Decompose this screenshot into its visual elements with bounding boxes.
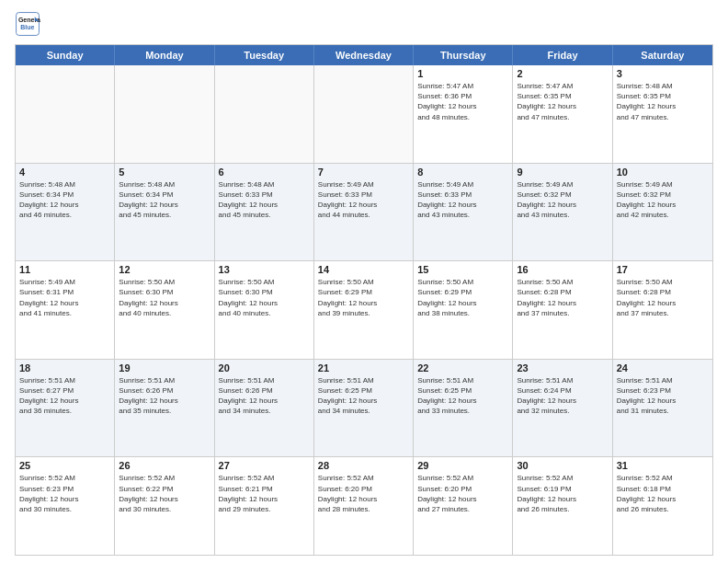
day-details: Sunrise: 5:52 AM Sunset: 6:20 PM Dayligh… [417, 473, 508, 514]
day-details: Sunrise: 5:48 AM Sunset: 6:33 PM Dayligh… [219, 179, 310, 221]
day-number: 9 [517, 167, 608, 178]
day-cell-14: 14Sunrise: 5:50 AM Sunset: 6:29 PM Dayli… [314, 261, 414, 359]
day-number: 15 [417, 264, 508, 275]
day-cell-20: 20Sunrise: 5:51 AM Sunset: 6:26 PM Dayli… [215, 360, 314, 457]
empty-cell [314, 65, 414, 163]
day-number: 7 [318, 167, 409, 178]
day-number: 18 [19, 362, 110, 373]
day-details: Sunrise: 5:49 AM Sunset: 6:32 PM Dayligh… [617, 179, 709, 221]
day-number: 16 [517, 264, 608, 275]
day-details: Sunrise: 5:49 AM Sunset: 6:31 PM Dayligh… [19, 277, 110, 318]
calendar-row: 18Sunrise: 5:51 AM Sunset: 6:27 PM Dayli… [16, 360, 712, 458]
day-details: Sunrise: 5:50 AM Sunset: 6:29 PM Dayligh… [318, 277, 409, 318]
day-details: Sunrise: 5:47 AM Sunset: 6:35 PM Dayligh… [517, 81, 608, 122]
day-number: 20 [219, 362, 310, 373]
header-day-friday: Friday [513, 45, 612, 65]
day-cell-15: 15Sunrise: 5:50 AM Sunset: 6:29 PM Dayli… [414, 261, 513, 359]
day-details: Sunrise: 5:48 AM Sunset: 6:34 PM Dayligh… [119, 179, 210, 221]
day-number: 3 [617, 68, 709, 79]
day-number: 12 [119, 264, 210, 275]
calendar-page: General Blue SundayMondayTuesdayWednesda… [0, 0, 728, 563]
day-cell-21: 21Sunrise: 5:51 AM Sunset: 6:25 PM Dayli… [314, 360, 414, 457]
day-number: 5 [119, 167, 210, 178]
day-details: Sunrise: 5:51 AM Sunset: 6:25 PM Dayligh… [318, 375, 409, 417]
day-number: 1 [417, 68, 508, 79]
svg-text:Blue: Blue [20, 24, 34, 30]
day-cell-9: 9Sunrise: 5:49 AM Sunset: 6:32 PM Daylig… [513, 164, 612, 261]
day-cell-1: 1Sunrise: 5:47 AM Sunset: 6:36 PM Daylig… [414, 65, 513, 163]
day-number: 22 [417, 362, 508, 373]
day-cell-16: 16Sunrise: 5:50 AM Sunset: 6:28 PM Dayli… [513, 261, 612, 359]
day-number: 31 [617, 460, 709, 471]
logo: General Blue [15, 11, 40, 37]
header-day-saturday: Saturday [613, 45, 712, 65]
day-cell-6: 6Sunrise: 5:48 AM Sunset: 6:33 PM Daylig… [215, 164, 314, 261]
day-number: 14 [318, 264, 409, 275]
day-cell-5: 5Sunrise: 5:48 AM Sunset: 6:34 PM Daylig… [115, 164, 214, 261]
header-day-thursday: Thursday [414, 45, 513, 65]
header-day-tuesday: Tuesday [215, 45, 314, 65]
day-number: 13 [219, 264, 310, 275]
day-cell-4: 4Sunrise: 5:48 AM Sunset: 6:34 PM Daylig… [16, 164, 115, 261]
calendar-row: 4Sunrise: 5:48 AM Sunset: 6:34 PM Daylig… [16, 164, 712, 262]
calendar-row: 25Sunrise: 5:52 AM Sunset: 6:23 PM Dayli… [16, 457, 712, 555]
day-details: Sunrise: 5:51 AM Sunset: 6:23 PM Dayligh… [617, 375, 709, 417]
day-cell-25: 25Sunrise: 5:52 AM Sunset: 6:23 PM Dayli… [16, 457, 115, 555]
day-details: Sunrise: 5:50 AM Sunset: 6:30 PM Dayligh… [119, 277, 210, 318]
day-cell-27: 27Sunrise: 5:52 AM Sunset: 6:21 PM Dayli… [215, 457, 314, 555]
day-details: Sunrise: 5:50 AM Sunset: 6:28 PM Dayligh… [617, 277, 709, 318]
header-day-wednesday: Wednesday [314, 45, 414, 65]
header: General Blue [15, 11, 713, 37]
day-cell-11: 11Sunrise: 5:49 AM Sunset: 6:31 PM Dayli… [16, 261, 115, 359]
day-cell-24: 24Sunrise: 5:51 AM Sunset: 6:23 PM Dayli… [613, 360, 712, 457]
day-cell-19: 19Sunrise: 5:51 AM Sunset: 6:26 PM Dayli… [115, 360, 214, 457]
day-cell-7: 7Sunrise: 5:49 AM Sunset: 6:33 PM Daylig… [314, 164, 414, 261]
day-cell-13: 13Sunrise: 5:50 AM Sunset: 6:30 PM Dayli… [215, 261, 314, 359]
day-number: 27 [219, 460, 310, 471]
day-cell-30: 30Sunrise: 5:52 AM Sunset: 6:19 PM Dayli… [513, 457, 612, 555]
day-details: Sunrise: 5:48 AM Sunset: 6:34 PM Dayligh… [19, 179, 110, 221]
day-cell-10: 10Sunrise: 5:49 AM Sunset: 6:32 PM Dayli… [613, 164, 712, 261]
day-cell-26: 26Sunrise: 5:52 AM Sunset: 6:22 PM Dayli… [115, 457, 214, 555]
day-details: Sunrise: 5:51 AM Sunset: 6:26 PM Dayligh… [219, 375, 310, 417]
day-details: Sunrise: 5:52 AM Sunset: 6:23 PM Dayligh… [19, 473, 110, 514]
day-number: 26 [119, 460, 210, 471]
day-number: 25 [19, 460, 110, 471]
day-number: 17 [617, 264, 709, 275]
day-details: Sunrise: 5:50 AM Sunset: 6:30 PM Dayligh… [219, 277, 310, 318]
day-cell-23: 23Sunrise: 5:51 AM Sunset: 6:24 PM Dayli… [513, 360, 612, 457]
empty-cell [215, 65, 314, 163]
day-number: 4 [19, 167, 110, 178]
day-number: 19 [119, 362, 210, 373]
day-details: Sunrise: 5:50 AM Sunset: 6:28 PM Dayligh… [517, 277, 608, 318]
day-number: 6 [219, 167, 310, 178]
logo-icon: General Blue [15, 11, 40, 37]
day-details: Sunrise: 5:51 AM Sunset: 6:26 PM Dayligh… [119, 375, 210, 417]
calendar-body: 1Sunrise: 5:47 AM Sunset: 6:36 PM Daylig… [16, 65, 712, 555]
day-details: Sunrise: 5:47 AM Sunset: 6:36 PM Dayligh… [417, 81, 508, 122]
calendar-row: 11Sunrise: 5:49 AM Sunset: 6:31 PM Dayli… [16, 261, 712, 360]
day-cell-2: 2Sunrise: 5:47 AM Sunset: 6:35 PM Daylig… [513, 65, 612, 163]
day-cell-18: 18Sunrise: 5:51 AM Sunset: 6:27 PM Dayli… [16, 360, 115, 457]
day-details: Sunrise: 5:51 AM Sunset: 6:24 PM Dayligh… [517, 375, 608, 417]
calendar-row: 1Sunrise: 5:47 AM Sunset: 6:36 PM Daylig… [16, 65, 712, 164]
day-cell-22: 22Sunrise: 5:51 AM Sunset: 6:25 PM Dayli… [414, 360, 513, 457]
day-details: Sunrise: 5:49 AM Sunset: 6:32 PM Dayligh… [517, 179, 608, 221]
day-number: 30 [517, 460, 608, 471]
day-cell-29: 29Sunrise: 5:52 AM Sunset: 6:20 PM Dayli… [414, 457, 513, 555]
day-number: 24 [617, 362, 709, 373]
day-number: 28 [318, 460, 409, 471]
day-cell-3: 3Sunrise: 5:48 AM Sunset: 6:35 PM Daylig… [613, 65, 712, 163]
day-number: 23 [517, 362, 608, 373]
header-day-sunday: Sunday [16, 45, 115, 65]
day-cell-28: 28Sunrise: 5:52 AM Sunset: 6:20 PM Dayli… [314, 457, 414, 555]
day-number: 29 [417, 460, 508, 471]
day-number: 21 [318, 362, 409, 373]
day-details: Sunrise: 5:52 AM Sunset: 6:22 PM Dayligh… [119, 473, 210, 514]
day-details: Sunrise: 5:52 AM Sunset: 6:20 PM Dayligh… [318, 473, 409, 514]
empty-cell [16, 65, 115, 163]
day-number: 11 [19, 264, 110, 275]
day-cell-31: 31Sunrise: 5:52 AM Sunset: 6:18 PM Dayli… [613, 457, 712, 555]
day-details: Sunrise: 5:49 AM Sunset: 6:33 PM Dayligh… [318, 179, 409, 221]
day-cell-8: 8Sunrise: 5:49 AM Sunset: 6:33 PM Daylig… [414, 164, 513, 261]
